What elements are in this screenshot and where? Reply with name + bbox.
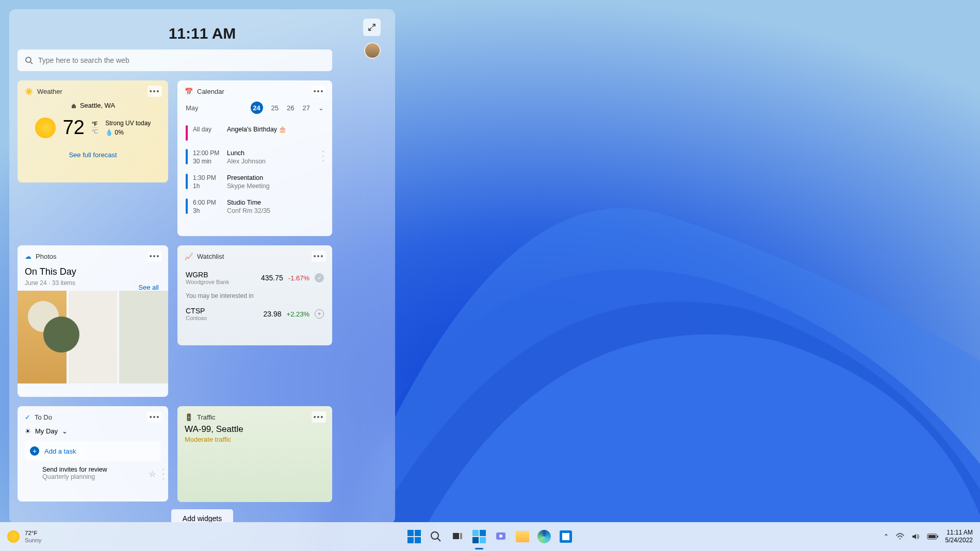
add-icon[interactable]: +: [315, 309, 324, 319]
calendar-event[interactable]: 6:00 PM3hStudio TimeConf Rm 32/35: [185, 194, 325, 219]
tray-chevron-icon[interactable]: ⌃: [884, 533, 889, 540]
wifi-icon[interactable]: [896, 532, 904, 541]
traffic-status: Moderate traffic: [177, 435, 332, 444]
forecast-link[interactable]: See full forecast: [25, 151, 161, 159]
task-item[interactable]: Send invites for reviewQuarterly plannin…: [25, 462, 161, 485]
add-task-button[interactable]: +Add a task: [25, 441, 161, 461]
battery-icon[interactable]: [927, 533, 938, 540]
widget-more-button[interactable]: •••: [312, 251, 326, 262]
watchlist-icon: 📈: [185, 253, 193, 260]
search-button[interactable]: [427, 528, 445, 545]
weather-widget[interactable]: ☀️Weather ••• Seattle, WA 72 °F°C Strong…: [18, 80, 168, 182]
sun-icon: ☀: [25, 427, 31, 435]
svg-point-1: [26, 57, 31, 62]
traffic-icon: 🚦: [185, 413, 193, 421]
widget-more-button[interactable]: •••: [312, 411, 326, 423]
temperature: 72: [63, 116, 85, 139]
traffic-widget[interactable]: 🚦Traffic ••• WA-99, Seattle Moderate tra…: [177, 406, 332, 502]
photos-icon: ☁: [25, 253, 31, 260]
home-icon: [71, 103, 77, 109]
see-all-link[interactable]: See all: [138, 283, 159, 291]
watchlist-widget[interactable]: 📈Watchlist ••• WGRBWoodgrove Bank 435.75…: [177, 245, 332, 345]
svg-rect-6: [460, 533, 462, 539]
svg-rect-11: [928, 535, 936, 538]
svg-line-2: [30, 62, 32, 64]
photo-thumbnails[interactable]: [18, 291, 168, 383]
chevron-down-icon: ⌄: [62, 427, 68, 435]
star-icon[interactable]: ☆: [149, 469, 156, 479]
explorer-button[interactable]: [514, 528, 531, 545]
expand-button[interactable]: [363, 19, 381, 36]
search-icon: [25, 56, 33, 64]
weather-icon: ☀️: [25, 88, 33, 95]
check-icon[interactable]: ✓: [315, 273, 324, 282]
taskbar-clock[interactable]: 11:11 AM5/24/2022: [945, 529, 973, 544]
widget-more-button[interactable]: •••: [148, 251, 162, 262]
todo-icon: ✓: [25, 413, 30, 421]
svg-point-3: [431, 532, 438, 539]
edge-button[interactable]: [535, 528, 553, 545]
photo-thumb[interactable]: [119, 291, 168, 383]
chevron-down-icon[interactable]: ⌄: [318, 104, 324, 112]
stock-row[interactable]: WGRBWoodgrove Bank 435.75 -1.67% ✓: [185, 266, 325, 289]
svg-rect-12: [937, 536, 938, 538]
volume-icon[interactable]: [911, 532, 920, 541]
start-button[interactable]: [405, 528, 423, 545]
widgets-button[interactable]: [470, 528, 488, 545]
panel-time: 11:11 AM: [18, 25, 387, 42]
traffic-route: WA-99, Seattle: [177, 424, 332, 435]
widget-more-button[interactable]: •••: [148, 411, 162, 423]
task-view-button[interactable]: [449, 528, 466, 545]
sun-icon: [7, 530, 20, 543]
calendar-icon: 📅: [185, 88, 193, 95]
stock-row[interactable]: CTSPContoso 23.98 +2.23% +: [185, 303, 325, 325]
widget-more-button[interactable]: •••: [312, 86, 326, 97]
taskbar-weather[interactable]: 72°FSunny: [0, 529, 42, 544]
calendar-widget[interactable]: 📅Calendar ••• May 24 25 26 27 ⌄ All dayA…: [177, 80, 332, 236]
photos-heading: On This Day: [25, 266, 161, 277]
svg-rect-5: [453, 533, 459, 539]
widgets-panel: 11:11 AM ☀️Weather ••• Seattle, WA 72 °F…: [9, 9, 395, 524]
sun-icon: [35, 118, 56, 138]
calendar-dates[interactable]: May 24 25 26 27 ⌄: [185, 102, 325, 114]
svg-point-9: [900, 538, 901, 539]
search-input[interactable]: [38, 56, 325, 64]
myday-dropdown[interactable]: ☀My Day⌄: [25, 427, 161, 435]
photo-thumb[interactable]: [18, 291, 67, 383]
todo-widget[interactable]: ✓To Do ••• ☀My Day⌄ +Add a task Send inv…: [18, 406, 168, 502]
taskbar: 72°FSunny ⌃ 11:11 AM5/24/2022: [0, 522, 980, 551]
user-avatar[interactable]: [364, 42, 381, 59]
photos-widget[interactable]: ☁Photos ••• On This Day June 24 · 33 ite…: [18, 245, 168, 397]
widget-more-button[interactable]: •••: [148, 86, 162, 97]
calendar-event[interactable]: All dayAngela's Birthday 🎂: [185, 121, 325, 145]
add-widgets-button[interactable]: Add widgets: [171, 509, 233, 524]
search-bar[interactable]: [18, 49, 332, 71]
calendar-event[interactable]: 12:00 PM30 minLunchAlex Johnson•••: [185, 145, 325, 170]
weather-location: Seattle, WA: [25, 102, 161, 109]
calendar-event[interactable]: 1:30 PM1hPresentationSkype Meeting: [185, 170, 325, 194]
store-button[interactable]: [557, 528, 575, 545]
svg-line-4: [437, 538, 440, 541]
svg-point-8: [499, 535, 502, 538]
chat-button[interactable]: [492, 528, 510, 545]
